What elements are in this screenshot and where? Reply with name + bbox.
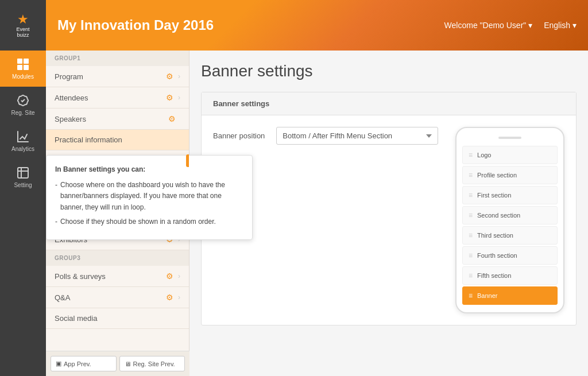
banner-position-select[interactable]: Bottom / After Fifth Menu Section Top / … xyxy=(276,127,438,145)
arrow-icon: › xyxy=(178,272,180,280)
phone-item-second: ≡ Second section xyxy=(462,206,558,224)
arrow-icon: › xyxy=(178,94,180,102)
group3-label: GROUP3 xyxy=(46,250,189,266)
tablet-icon: ▣ xyxy=(56,360,61,367)
gear-icon: ⚙ xyxy=(166,93,173,102)
app-title: My Innovation Day 2016 xyxy=(57,17,214,33)
header-right: Welcome "Demo User" ▾ English ▾ xyxy=(444,21,577,30)
tooltip-box: In Banner settings you can: Choose where… xyxy=(46,155,253,240)
app-prev-button[interactable]: ▣ App Prev. xyxy=(51,356,117,371)
banner-position-row: Banner position Bottom / After Fifth Men… xyxy=(213,127,438,145)
welcome-user[interactable]: Welcome "Demo User" ▾ xyxy=(444,21,533,30)
phone-item-fourth: ≡ Fourth section xyxy=(462,246,558,265)
analytics-label: Analytics xyxy=(11,146,34,152)
menu-icon: ≡ xyxy=(469,191,473,199)
banner-position-label: Banner position xyxy=(213,131,265,140)
nav-qa-label: Q&A xyxy=(55,293,166,302)
phone-item-fifth-label: Fifth section xyxy=(477,272,511,279)
phone-item-third-label: Third section xyxy=(477,232,513,239)
menu-icon: ≡ xyxy=(469,151,473,159)
gear-icon: ⚙ xyxy=(166,72,173,81)
menu-icon: ≡ xyxy=(469,231,473,239)
setting-icon xyxy=(16,166,30,180)
sidebar-icon-setting[interactable]: Setting xyxy=(0,159,46,195)
nav-item-program[interactable]: Program ⚙ › xyxy=(46,66,189,87)
reg-site-label: Reg. Site xyxy=(11,110,34,116)
nav-item-qa[interactable]: Q&A ⚙ › xyxy=(46,287,189,308)
gear-icon: ⚙ xyxy=(166,272,173,281)
reg-site-prev-label: Reg. Site Prev. xyxy=(133,361,175,367)
star-icon: ★ xyxy=(17,12,29,27)
top-header: My Innovation Day 2016 Welcome "Demo Use… xyxy=(0,0,588,51)
nav-speakers-label: Speakers xyxy=(55,115,168,123)
nav-item-attendees[interactable]: Attendees ⚙ › xyxy=(46,87,189,108)
icon-sidebar: Modules Reg. Site Analytics Setting xyxy=(0,0,46,376)
tooltip-title: In Banner settings you can: xyxy=(55,165,145,173)
phone-item-banner: ≡ Banner xyxy=(462,286,558,305)
reg-site-icon xyxy=(16,94,30,107)
phone-item-third: ≡ Third section xyxy=(462,226,558,245)
nav-program-label: Program xyxy=(55,72,166,81)
nav-item-social-media[interactable]: Social media xyxy=(46,308,189,329)
phone-item-banner-label: Banner xyxy=(477,292,497,299)
nav-item-practical-info[interactable]: Practical information xyxy=(46,130,189,150)
arrow-icon: › xyxy=(178,293,180,301)
modules-label: Modules xyxy=(12,73,34,80)
gear-icon: ⚙ xyxy=(166,293,173,302)
reg-site-prev-button[interactable]: 🖥 Reg. Site Prev. xyxy=(119,356,185,371)
settings-card-body: Banner position Bottom / After Fifth Men… xyxy=(202,115,576,325)
tooltip-item-1: Choose where on the dashboard you wish t… xyxy=(55,180,243,213)
gear-icon: ⚙ xyxy=(168,114,176,123)
logo: ★ Eventbuizz xyxy=(0,0,46,51)
phone-item-profile: ≡ Profile section xyxy=(462,166,558,184)
menu-icon: ≡ xyxy=(469,292,473,300)
tooltip-item-2-text: Choose if they should be shown in a rand… xyxy=(60,216,216,227)
phone-speaker xyxy=(498,137,521,139)
phone-item-second-label: Second section xyxy=(477,212,520,219)
phone-item-profile-label: Profile section xyxy=(477,172,517,179)
nav-social-label: Social media xyxy=(55,314,180,323)
modules-icon xyxy=(16,57,30,71)
phone-item-logo: ≡ Logo xyxy=(462,146,558,164)
page-title: Banner settings xyxy=(201,62,577,80)
sidebar-icon-reg-site[interactable]: Reg. Site xyxy=(0,87,46,123)
phone-item-fifth: ≡ Fifth section xyxy=(462,266,558,285)
sidebar-icon-modules[interactable]: Modules xyxy=(0,51,46,87)
tooltip-list: Choose where on the dashboard you wish t… xyxy=(55,180,243,227)
app-prev-label: App Prev. xyxy=(64,361,91,367)
svg-rect-3 xyxy=(24,65,29,70)
svg-rect-2 xyxy=(17,65,22,70)
arrow-icon: › xyxy=(178,72,180,80)
settings-card: Banner settings Banner position Bottom /… xyxy=(201,92,577,325)
nav-item-speakers[interactable]: Speakers ⚙ xyxy=(46,108,189,130)
analytics-icon xyxy=(16,130,30,144)
phone-mockup: ≡ Logo ≡ Profile section ≡ First section… xyxy=(455,127,564,313)
group1-label: GROUP1 xyxy=(46,51,189,66)
setting-label: Setting xyxy=(14,182,32,188)
language-selector[interactable]: English ▾ xyxy=(544,21,577,30)
bottom-nav: ▣ App Prev. 🖥 Reg. Site Prev. xyxy=(46,351,189,376)
phone-item-first-label: First section xyxy=(477,192,511,199)
logo-text: Eventbuizz xyxy=(16,27,29,38)
phone-item-first: ≡ First section xyxy=(462,186,558,204)
nav-item-polls[interactable]: Polls & surveys ⚙ › xyxy=(46,266,189,287)
svg-rect-0 xyxy=(17,59,22,64)
sidebar-icon-analytics[interactable]: Analytics xyxy=(0,123,46,159)
nav-polls-label: Polls & surveys xyxy=(55,272,166,281)
menu-icon: ≡ xyxy=(469,171,473,179)
menu-icon: ≡ xyxy=(469,272,473,280)
svg-rect-1 xyxy=(24,59,29,64)
tooltip-item-1-text: Choose where on the dashboard you wish t… xyxy=(60,180,243,213)
monitor-icon: 🖥 xyxy=(125,361,131,367)
header-left: My Innovation Day 2016 xyxy=(57,17,214,33)
settings-card-header: Banner settings xyxy=(202,92,576,115)
phone-item-logo-label: Logo xyxy=(477,152,491,158)
menu-icon: ≡ xyxy=(469,251,473,259)
phone-item-fourth-label: Fourth section xyxy=(477,252,517,259)
tooltip-item-2: Choose if they should be shown in a rand… xyxy=(55,216,243,227)
menu-icon: ≡ xyxy=(469,211,473,219)
nav-attendees-label: Attendees xyxy=(55,94,166,102)
nav-practical-label: Practical information xyxy=(55,135,180,144)
